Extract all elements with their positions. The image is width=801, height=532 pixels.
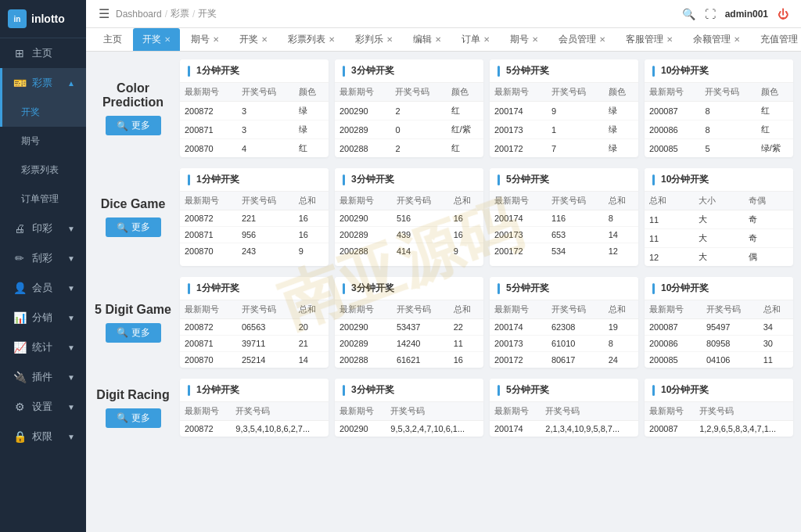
table-row: 2000868红 [645,120,793,139]
sidebar-item-home[interactable]: ⊞ 主页 [0,38,86,68]
sidebar-item-order[interactable]: 订单管理 [0,185,86,214]
breadcrumb-lottery: 彩票 [171,7,189,20]
table-row: 2008702439 [180,243,329,260]
tab-close-icon[interactable]: ✕ [164,35,171,44]
sidebar-item-period[interactable]: 期号 [0,127,86,156]
table-group: 3分钟开奖 最新期号开奖号码总和 2002905343722 200289142… [335,277,483,368]
tab-close-icon[interactable]: ✕ [532,35,538,44]
power-icon[interactable]: ⏻ [778,8,788,20]
game-title: Dice Game [101,197,166,211]
sidebar: in inlotto ⊞ 主页 🎫 彩票 ▲ 开奖 期号 彩票列表 订单管理 🖨… [0,0,86,532]
tab-close-icon[interactable]: ✕ [734,35,740,44]
tab-open-award[interactable]: 开奖 ✕ [133,28,180,51]
tab-close-icon[interactable]: ✕ [666,35,673,44]
table-group: 10分钟开奖 总和大小奇偶 11大奇 11大奇 12大偶 [645,168,793,266]
game-label: Digit Racing 🔍 更多 [94,379,172,437]
tab-lottery-list[interactable]: 彩票列表 ✕ [278,28,344,51]
table-header: 1分钟开奖 [180,59,329,83]
game-section-dice: Dice Game 🔍 更多 1分钟开奖 最新期号开奖号码总和 20087222… [94,168,793,266]
tab-close-icon[interactable]: ✕ [483,35,490,44]
data-table: 最新期号开奖号码总和 20087222116 20087195616 20087… [180,192,329,259]
more-button[interactable]: 🔍 更多 [106,217,161,237]
sidebar-item-settings[interactable]: ⚙ 设置 ▼ [0,392,86,422]
tab-close-icon[interactable]: ✕ [329,35,335,44]
sidebar-item-member[interactable]: 👤 会员 ▼ [0,273,86,303]
tab-balance[interactable]: 余额管理 ✕ [684,28,749,51]
game-title: Color Prediction [94,81,172,110]
table-group: 5分钟开奖 最新期号开奖号码总和 2001746230819 200173610… [490,277,638,368]
tab-period2[interactable]: 期号 ✕ [501,28,548,51]
table-row: 2001742,1,3,4,10,9,5,8,7... [490,421,638,437]
table-row: 2008723绿 [180,102,329,120]
table-group: 1分钟开奖 最新期号开奖号码总和 2008720656320 200871397… [180,277,329,368]
chevron-icon: ▲ [67,79,75,88]
home-icon: ⊞ [13,47,26,59]
table-row: 2000855绿/紫 [645,139,793,158]
sidebar-item-label: 彩票 [32,76,61,90]
sidebar-item-label: 刮彩 [32,251,61,265]
breadcrumb: Dashboard / 彩票 / 开奖 [116,7,217,20]
tab-close-icon[interactable]: ✕ [261,35,268,44]
more-button[interactable]: 🔍 更多 [106,408,161,428]
chevron-icon: ▼ [67,433,75,441]
sidebar-item-lottery-list[interactable]: 彩票列表 [0,156,86,185]
table-header: 3分钟开奖 [335,379,483,402]
tab-caipan[interactable]: 彩判乐 ✕ [346,28,402,51]
tab-member-manage[interactable]: 会员管理 ✕ [549,28,615,51]
table-row: 2000878红 [645,102,793,120]
data-table: 最新期号开奖号码颜色 2000878红 2000868红 2000855绿/紫 [645,83,793,157]
tab-close-icon[interactable]: ✕ [435,35,441,44]
tab-order[interactable]: 订单 ✕ [452,28,499,51]
table-header: 5分钟开奖 [490,168,638,192]
hamburger-icon[interactable]: ☰ [99,6,110,21]
topbar: ☰ Dashboard / 彩票 / 开奖 🔍 ⛶ admin001 ⏻ [86,0,801,28]
sidebar-item-label: 彩票列表 [21,164,75,177]
sidebar-item-label: 印彩 [32,221,61,235]
table-row: 2002905343722 [335,319,483,336]
sidebar-item-draw[interactable]: ✏ 刮彩 ▼ [0,243,86,273]
sidebar-item-plugin[interactable]: 🔌 插件 ▼ [0,362,86,392]
sidebar-item-stats[interactable]: 📈 统计 ▼ [0,332,86,362]
tab-home[interactable]: 主页 [94,28,131,51]
sidebar-item-lottery[interactable]: 🎫 彩票 ▲ [0,68,86,98]
sidebar-item-permissions[interactable]: 🔒 权限 ▼ [0,422,86,451]
sidebar-item-sub[interactable]: 📊 分销 ▼ [0,303,86,332]
more-button[interactable]: 🔍 更多 [106,116,161,135]
table-row: 2008704红 [180,139,329,158]
search-icon[interactable]: 🔍 [682,8,695,20]
breadcrumb-dashboard: Dashboard [116,9,162,20]
tab-edit[interactable]: 编辑 ✕ [404,28,451,51]
sidebar-item-label: 主页 [32,46,75,60]
fullscreen-icon[interactable]: ⛶ [705,8,716,20]
table-row: 2008713971121 [180,336,329,352]
data-table: 总和大小奇偶 11大奇 11大奇 12大偶 [645,192,793,266]
table-header: 10分钟开奖 [645,59,793,83]
tab-period[interactable]: 期号 ✕ [181,28,228,51]
main-content: ☰ Dashboard / 彩票 / 开奖 🔍 ⛶ admin001 ⏻ 主页 … [86,0,801,532]
table-header: 3分钟开奖 [335,277,483,300]
game-section-digit-racing: Digit Racing 🔍 更多 1分钟开奖 最新期号开奖号码 2008729… [94,379,793,437]
table-header: 10分钟开奖 [645,168,793,192]
topbar-right: 🔍 ⛶ admin001 ⏻ [682,8,788,20]
table-row: 2002909,5,3,2,4,7,10,6,1... [335,421,483,437]
data-table: 最新期号开奖号码 2008729,3,5,4,10,8,6,2,7... [180,402,329,437]
table-row: 2000879549734 [645,319,793,336]
data-table: 最新期号开奖号码总和 2002905343722 2002891424011 2… [335,300,483,368]
more-button[interactable]: 🔍 更多 [106,323,161,343]
sidebar-item-open-award[interactable]: 开奖 [0,98,86,127]
sidebar-item-print[interactable]: 🖨 印彩 ▼ [0,214,86,243]
tab-open2[interactable]: 开奖 ✕ [230,28,277,51]
chevron-icon: ▼ [67,343,75,352]
tab-close-icon[interactable]: ✕ [213,35,219,44]
lock-icon: 🔒 [13,430,26,443]
table-header: 3分钟开奖 [335,59,483,83]
table-header: 1分钟开奖 [180,168,329,192]
tab-close-icon[interactable]: ✕ [599,35,605,44]
print-icon: 🖨 [13,222,26,235]
tab-recharge[interactable]: 充值管理 ✕ [751,28,801,51]
table-row: 20087222116 [180,210,329,227]
game-section-color-prediction: Color Prediction 🔍 更多 1分钟开奖 最新期号开奖号码颜色 2… [94,59,793,157]
data-table: 最新期号开奖号码总和 20029051616 20028943916 20028… [335,192,483,259]
tab-close-icon[interactable]: ✕ [386,35,393,44]
tab-cs-manage[interactable]: 客服管理 ✕ [616,28,682,51]
